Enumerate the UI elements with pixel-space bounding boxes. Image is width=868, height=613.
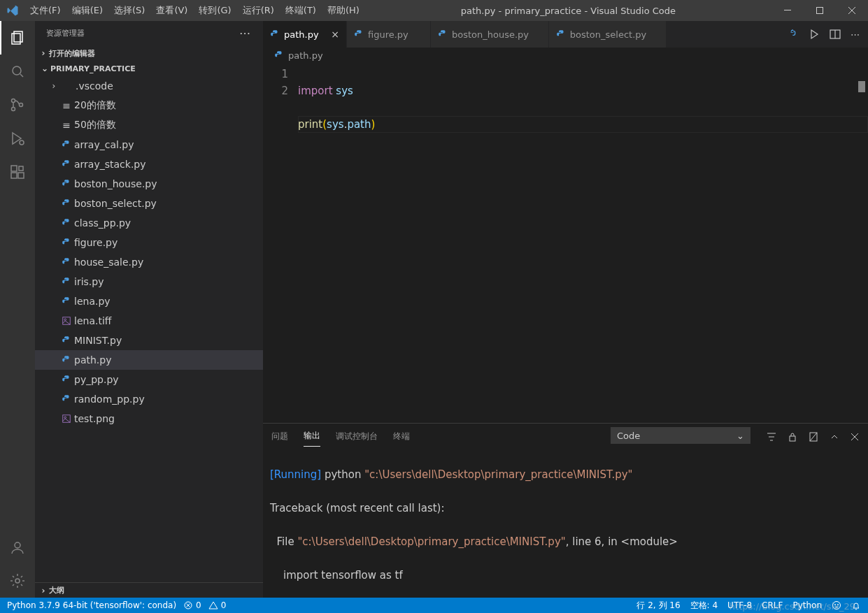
- file-tree-item[interactable]: test.png: [35, 409, 263, 428]
- editor-group: path.py×figure.py×boston_house.py×boston…: [263, 21, 868, 598]
- file-label: path.py: [74, 354, 111, 366]
- file-tree-item[interactable]: ≡20的倍数: [35, 96, 263, 115]
- editor-tabs: path.py×figure.py×boston_house.py×boston…: [263, 21, 868, 48]
- breadcrumb-file: path.py: [288, 50, 323, 61]
- file-label: figure.py: [74, 237, 118, 248]
- activity-scm-icon[interactable]: [0, 88, 35, 122]
- output-filter-icon[interactable]: [766, 431, 777, 442]
- tab-label: figure.py: [368, 29, 408, 40]
- editor-tab[interactable]: path.py×: [263, 21, 347, 48]
- activity-run-icon[interactable]: [0, 122, 35, 155]
- file-tree-item[interactable]: path.py: [35, 350, 263, 370]
- svg-rect-12: [19, 166, 23, 171]
- status-eol[interactable]: CRLF: [762, 600, 783, 612]
- panel-collapse-icon[interactable]: [829, 431, 840, 442]
- menu-edit[interactable]: 编辑(E): [66, 0, 108, 21]
- svg-rect-1: [817, 8, 823, 14]
- file-label: MINIST.py: [74, 335, 122, 346]
- file-tree-item[interactable]: lena.py: [35, 291, 263, 311]
- breadcrumbs[interactable]: path.py: [263, 48, 868, 63]
- menu-file[interactable]: 文件(F): [24, 0, 66, 21]
- svg-point-14: [15, 579, 20, 583]
- editor-more-icon[interactable]: ⋯: [851, 29, 861, 40]
- tab-close-icon[interactable]: ×: [331, 29, 339, 40]
- tab-label: boston_select.py: [570, 29, 646, 40]
- section-project[interactable]: ⌄ PRIMARY_PRACTICE: [35, 61, 263, 76]
- file-tree-item[interactable]: lena.tiff: [35, 311, 263, 331]
- file-tree: ›.vscode≡20的倍数≡50的倍数array_cal.pyarray_st…: [35, 76, 263, 582]
- svg-point-25: [835, 605, 836, 605]
- file-label: lena.tiff: [74, 315, 111, 326]
- run-python-icon[interactable]: [788, 29, 799, 40]
- output-body[interactable]: [Running] python "c:\Users\dell\Desktop\…: [263, 447, 868, 598]
- window-maximize-button[interactable]: [804, 0, 836, 21]
- run-button-icon[interactable]: [809, 29, 820, 40]
- menu-selection[interactable]: 选择(S): [108, 0, 150, 21]
- file-tree-item[interactable]: MINIST.py: [35, 331, 263, 350]
- editor-tab[interactable]: boston_house.py×: [431, 21, 549, 48]
- window-minimize-button[interactable]: [771, 0, 804, 21]
- panel-tab-output[interactable]: 输出: [304, 430, 320, 447]
- panel-close-icon[interactable]: [850, 432, 860, 442]
- panel-tab-problems[interactable]: 问题: [271, 431, 288, 447]
- python-file-icon: [354, 29, 364, 39]
- section-open-editors[interactable]: › 打开的编辑器: [35, 45, 263, 61]
- sidebar-more-icon[interactable]: ⋯: [239, 27, 252, 40]
- svg-rect-21: [790, 436, 795, 441]
- activity-search-icon[interactable]: [0, 55, 35, 88]
- status-bar: Python 3.7.9 64-bit ('tensorflow': conda…: [0, 598, 868, 613]
- svg-point-4: [13, 66, 21, 75]
- file-tree-item[interactable]: ›.vscode: [35, 76, 263, 96]
- svg-point-6: [12, 108, 15, 111]
- panel-tab-debug[interactable]: 调试控制台: [336, 431, 378, 447]
- menu-go[interactable]: 转到(G): [193, 0, 236, 21]
- file-tree-item[interactable]: iris.py: [35, 272, 263, 291]
- menu-help[interactable]: 帮助(H): [322, 0, 365, 21]
- activity-settings-icon[interactable]: [0, 564, 35, 598]
- status-spaces[interactable]: 空格: 4: [690, 600, 718, 612]
- menu-run[interactable]: 运行(R): [237, 0, 280, 21]
- python-file-icon: [274, 50, 284, 60]
- code-editor[interactable]: 1 2 import sys print(sys.path): [263, 63, 868, 423]
- status-warnings[interactable]: 0: [208, 600, 227, 610]
- file-tree-item[interactable]: random_pp.py: [35, 389, 263, 409]
- file-tree-item[interactable]: array_cal.py: [35, 135, 263, 154]
- panel-tab-terminal[interactable]: 终端: [393, 431, 410, 447]
- tab-label: boston_house.py: [452, 29, 529, 40]
- output-channel-select[interactable]: Code ⌄: [611, 427, 750, 444]
- minimap[interactable]: [812, 63, 868, 423]
- status-python-env[interactable]: Python 3.7.9 64-bit ('tensorflow': conda…: [7, 600, 176, 610]
- chevron-right-icon: ›: [38, 48, 49, 58]
- section-outline[interactable]: › 大纲: [35, 582, 263, 598]
- file-tree-item[interactable]: boston_house.py: [35, 174, 263, 194]
- status-bell-icon[interactable]: [851, 600, 861, 612]
- status-line-col[interactable]: 行 2, 列 16: [636, 600, 680, 612]
- section-outline-label: 大纲: [49, 585, 64, 596]
- menu-terminal[interactable]: 终端(T): [280, 0, 322, 21]
- file-tree-item[interactable]: class_pp.py: [35, 213, 263, 233]
- status-errors[interactable]: 0: [183, 600, 201, 610]
- status-encoding[interactable]: UTF-8: [727, 600, 752, 612]
- file-tree-item[interactable]: house_sale.py: [35, 252, 263, 272]
- activity-extensions-icon[interactable]: [0, 155, 35, 189]
- window-title: path.py - primary_practice - Visual Stud…: [365, 6, 771, 16]
- status-feedback-icon[interactable]: [832, 600, 841, 612]
- file-label: house_sale.py: [74, 257, 143, 268]
- file-tree-item[interactable]: array_stack.py: [35, 154, 263, 174]
- window-close-button[interactable]: [836, 0, 868, 21]
- menu-view[interactable]: 查看(V): [150, 0, 193, 21]
- status-language[interactable]: Python: [792, 600, 822, 612]
- svg-point-13: [15, 542, 20, 548]
- output-clear-icon[interactable]: [808, 431, 819, 442]
- split-editor-icon[interactable]: [830, 29, 841, 40]
- activity-explorer-icon[interactable]: [0, 21, 35, 55]
- file-tree-item[interactable]: boston_select.py: [35, 194, 263, 213]
- editor-tab[interactable]: boston_select.py×: [549, 21, 667, 48]
- editor-tab[interactable]: figure.py×: [347, 21, 431, 48]
- activity-account-icon[interactable]: [0, 531, 35, 564]
- file-tree-item[interactable]: figure.py: [35, 233, 263, 252]
- file-tree-item[interactable]: ≡50的倍数: [35, 115, 263, 135]
- line-gutter: 1 2: [263, 63, 298, 423]
- output-lock-icon[interactable]: [787, 431, 798, 442]
- file-tree-item[interactable]: py_pp.py: [35, 370, 263, 389]
